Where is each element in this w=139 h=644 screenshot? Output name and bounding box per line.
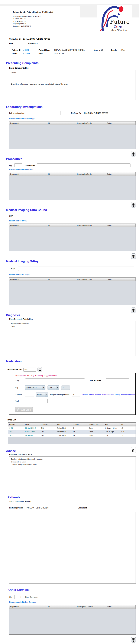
lab-input-label: Lab Investingation : <box>9 112 26 114</box>
drug-qty-cell: 1.0 <box>120 426 136 430</box>
column-header: Investigation / Service <box>76 605 106 608</box>
drug-name-cell: VITAMIN C <box>24 434 40 437</box>
duration-input[interactable] <box>25 393 34 397</box>
refferals-box[interactable] <box>9 512 136 584</box>
drug-duration-type-cell: Day/s <box>88 430 104 434</box>
reffering-doctor-input[interactable] <box>25 506 64 510</box>
drug-duration-cell: 10 <box>72 430 88 434</box>
bin-glyph: ↻ <box>133 256 134 257</box>
drug-note-cell: 2 ml <box>104 434 120 437</box>
patient-id-group: Patient ID : 8408 <box>12 49 38 51</box>
xray-table-body <box>10 281 136 305</box>
way-qty-input-disabled: 1 <box>61 386 70 390</box>
delete-uss-button[interactable]: ↻ <box>131 254 136 259</box>
duration-label: Duration <box>15 394 23 396</box>
section-title-lab: Laboratory Investigations <box>6 105 139 109</box>
drug-freq-cell: OD <box>40 434 56 437</box>
section-title-xray: Medical Imaging X-Ray <box>6 260 139 263</box>
column-header: Department <box>10 278 47 281</box>
patient-info-box: Patient ID : 8408 Patient Name : SHAWN E… <box>9 47 136 57</box>
column-header: Investigation/Service <box>76 224 106 227</box>
drug-input[interactable] <box>25 378 85 382</box>
drug-row[interactable]: 247 LORATADINE OD Before Meal 10 Day/s 1… <box>8 430 136 434</box>
drug-freq-cell: OD <box>40 430 56 434</box>
procedures-qty-input[interactable] <box>14 164 22 167</box>
prescription-id-input[interactable] <box>24 368 36 372</box>
complaints-label: Enter Complaints Here <box>9 67 139 69</box>
drug-qty-cell: 1.0 <box>120 434 136 437</box>
delete-xray-button[interactable]: ↻ <box>131 307 136 313</box>
special-notes-input[interactable] <box>106 378 129 382</box>
colon: : <box>104 380 106 382</box>
company-address: Le Chainter,Victoria,Mahe,Seychelles <box>13 15 74 18</box>
visit-id-label: Visit ID <box>12 53 23 55</box>
refresh-prescription-button[interactable] <box>38 367 42 372</box>
trash-icon: ↻ <box>132 254 135 258</box>
referred-by-label: Reffered By : <box>71 112 82 114</box>
uss-table-header: Department ID Investigation/Service Stat… <box>10 224 136 228</box>
visit-date-label: Date <box>38 53 52 55</box>
xray-input[interactable] <box>18 266 134 271</box>
colon: : <box>52 53 54 55</box>
recommended-other-services-link: Recommended Other Services <box>9 601 139 603</box>
colon: : <box>23 53 24 55</box>
visit-id-group: Visit ID : 16479 <box>12 53 38 55</box>
delete-procedures-button[interactable]: ↻ <box>131 202 136 208</box>
column-header: Department <box>10 605 47 608</box>
company-phone-1: T: +24 82 593 593 <box>13 18 74 20</box>
delete-advice-button[interactable] <box>131 447 136 453</box>
lab-tests-table: Department ID Investigation/Service Stat… <box>9 121 136 149</box>
futurecare-logo-art: Future Care ♥ Body Mind Soul <box>97 5 132 32</box>
per-meal-input[interactable] <box>72 393 80 397</box>
add-drug-button[interactable]: + Add Drug <box>15 407 33 412</box>
consultant-label: Consultant <box>78 507 87 509</box>
other-services-input-label: Other Services : <box>24 596 38 598</box>
recommended-procedures-link: Recommended Procedures <box>9 168 139 171</box>
lab-investigation-input[interactable] <box>27 111 61 115</box>
colon: : <box>52 49 54 51</box>
advice-label: Enter Doctor's Advice Here <box>9 454 139 456</box>
fraction-note: Please add as decimal numbers when addin… <box>82 394 136 396</box>
add-drug-panel: Please select the Drug from Drug suggess… <box>9 373 136 415</box>
visit-date-group: Date : 2024-10-23 <box>38 53 64 55</box>
prescription-id-label: Prescription ID : <box>8 368 22 371</box>
column-header: Fequency <box>40 422 56 426</box>
section-title-diagnosis: Diagnosis <box>6 314 139 317</box>
uss-input[interactable] <box>16 214 134 218</box>
delete-lab-button[interactable]: ↻ <box>131 151 136 157</box>
drug-row[interactable]: 1421 BROMHEXINE TID Before Meal 5 Day/s … <box>8 426 136 430</box>
other-qty-input[interactable] <box>14 595 22 599</box>
chevron-down-icon: ▼ <box>42 386 45 390</box>
gender-label: Gender <box>111 49 120 51</box>
advice-textarea[interactable]: Continue with budesonide respule nebuliz… <box>9 456 136 490</box>
total-input[interactable] <box>25 399 48 403</box>
refferals-label: Select the needed Refferal <box>9 500 139 503</box>
column-header: ID <box>47 224 76 227</box>
company-email: E: jude@future.sc <box>13 22 74 25</box>
procedures-table: Department ID Investigation/Service Stat… <box>9 172 136 200</box>
logo-word-future: Future <box>110 18 130 25</box>
drug-row[interactable]: 1235 VITAMIN C OD Before Meal 15 Day/s 2… <box>8 434 136 437</box>
way-select[interactable]: Before Meal ▼ <box>25 385 46 390</box>
other-services-input[interactable] <box>39 595 131 599</box>
gender-value: Male <box>121 49 126 51</box>
diagnosis-textarea[interactable]: Impress acute bronchitis URTI <box>9 321 136 356</box>
column-header: Status <box>106 224 136 227</box>
procedures-input[interactable] <box>37 164 130 167</box>
column-header: Way <box>56 422 72 426</box>
way-label: Way <box>15 386 23 389</box>
drug-qty-cell: 10.0 <box>120 430 136 434</box>
colon: : <box>120 49 121 51</box>
column-header: Drug <box>24 422 40 426</box>
frequency-select-value: OD <box>49 386 52 389</box>
complaints-textarea[interactable]: Review Chest X ray Inflammatory lesions … <box>9 70 136 100</box>
duration-type-select[interactable]: Day/s ▼ <box>36 392 48 397</box>
column-header: Investigation/Service <box>76 278 106 281</box>
company-number: Company No.8417652-2 <box>13 25 74 28</box>
chevron-down-icon: ▼ <box>45 393 48 397</box>
frequency-select[interactable]: OD ▼ <box>48 385 59 390</box>
consultant-input[interactable] <box>91 506 133 510</box>
age-value: 10 <box>101 49 103 51</box>
delete-other-services-button[interactable]: ↻ <box>131 637 136 642</box>
colon: : <box>99 49 101 51</box>
